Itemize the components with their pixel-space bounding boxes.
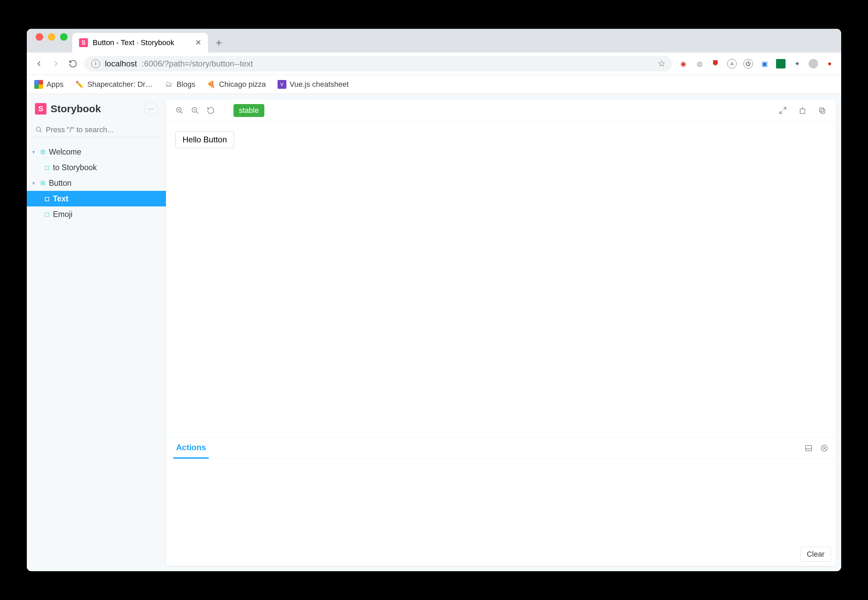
bookmark-label: Vue.js cheatsheet	[290, 80, 349, 89]
zoom-out-button[interactable]	[189, 105, 201, 117]
bookmark-vue[interactable]: V Vue.js cheatsheet	[278, 80, 349, 89]
caret-down-icon: ▾	[32, 149, 37, 155]
panel-position-icon[interactable]	[804, 444, 813, 452]
actions-panel-body: Clear	[166, 459, 836, 566]
tree-story-to-storybook[interactable]: ◻ to Storybook	[27, 160, 166, 175]
storybook-app: S Storybook ⋯ ▾ ⊞ Welcome ◻ to	[27, 94, 841, 571]
addon-panel-tabs: Actions	[166, 437, 836, 459]
hello-button[interactable]: Hello Button	[175, 131, 234, 148]
svg-point-0	[36, 127, 41, 132]
story-label: Text	[53, 194, 68, 203]
svg-line-7	[196, 112, 198, 114]
browser-tab[interactable]: S Button - Text · Storybook ✕	[72, 33, 208, 53]
new-tab-button[interactable]: ＋	[211, 35, 227, 50]
tree-group-button[interactable]: ▾ ⊞ Button	[27, 175, 166, 191]
tree-group-welcome[interactable]: ▾ ⊞ Welcome	[27, 144, 166, 160]
tab-actions[interactable]: Actions	[173, 437, 209, 459]
address-bar: i localhost:6006/?path=/story/button--te…	[27, 53, 841, 75]
bookmark-apps[interactable]: Apps	[34, 80, 64, 89]
svg-rect-12	[821, 109, 825, 113]
caret-down-icon: ▾	[32, 180, 37, 186]
vue-icon: V	[278, 80, 286, 89]
sidebar-search	[33, 123, 159, 137]
bookmark-label: Chicago pizza	[219, 80, 266, 89]
bookmark-chicago-pizza[interactable]: 🍕 Chicago pizza	[207, 80, 266, 89]
search-input[interactable]	[33, 123, 159, 137]
window-controls	[32, 33, 72, 48]
folder-icon: 🗂	[164, 80, 173, 89]
close-tab-button[interactable]: ✕	[195, 38, 201, 47]
extension-icon-3[interactable]: ⛊	[711, 59, 721, 68]
extension-icon-4[interactable]: A	[727, 59, 737, 68]
zoom-window-button[interactable]	[60, 33, 67, 41]
browser-window: S Button - Text · Storybook ✕ ＋ i localh…	[27, 29, 841, 571]
close-window-button[interactable]	[36, 33, 43, 41]
open-isolated-button[interactable]	[797, 105, 809, 117]
bookmark-star-icon[interactable]: ☆	[658, 58, 666, 69]
component-icon: ⊞	[40, 179, 46, 187]
storybook-logo[interactable]: S Storybook	[35, 103, 101, 115]
svg-rect-11	[800, 109, 805, 114]
minimize-window-button[interactable]	[48, 33, 55, 41]
bookmark-outline-icon: ◻	[44, 211, 50, 218]
tab-title: Button - Text · Storybook	[93, 38, 175, 47]
sidebar-header: S Storybook ⋯	[27, 94, 166, 120]
component-icon: ⊞	[40, 148, 46, 156]
svg-line-10	[780, 111, 782, 114]
extension-icon-2[interactable]: ◍	[695, 59, 704, 68]
tree-story-text[interactable]: ◻ Text	[27, 191, 166, 206]
bookmark-blogs[interactable]: 🗂 Blogs	[164, 80, 195, 89]
extension-icon-6[interactable]: ▣	[760, 59, 769, 68]
bookmark-outline-icon: ◻	[44, 164, 50, 171]
extensions-menu-icon[interactable]: ✦	[792, 59, 802, 68]
svg-rect-13	[819, 108, 824, 112]
canvas-toolbar: stable	[166, 99, 836, 122]
svg-line-9	[783, 108, 786, 110]
url-input[interactable]: i localhost:6006/?path=/story/button--te…	[85, 56, 672, 71]
extension-icon-8[interactable]: ●	[825, 59, 835, 68]
bookmark-label: Blogs	[176, 80, 195, 89]
extension-icon-5[interactable]: ⏻	[743, 59, 753, 68]
extension-icon-1[interactable]: ◉	[678, 59, 688, 68]
reload-button[interactable]	[67, 58, 78, 69]
panel-close-icon[interactable]	[820, 444, 828, 452]
story-label: to Storybook	[53, 163, 97, 172]
pizza-icon: 🍕	[207, 80, 216, 89]
storybook-favicon-icon: S	[79, 38, 88, 47]
bookmark-label: Shapecatcher: Dr…	[87, 80, 153, 89]
bookmark-shapecatcher[interactable]: ✏️ Shapecatcher: Dr…	[75, 80, 153, 89]
status-badge: stable	[233, 104, 265, 117]
story-canvas: Hello Button	[166, 122, 836, 437]
extension-icons: ◉ ◍ ⛊ A ⏻ ▣ ✦ ●	[678, 59, 835, 68]
svg-line-3	[181, 112, 182, 114]
storybook-mark-icon: S	[35, 103, 47, 115]
url-path: :6006/?path=/story/button--text	[142, 59, 253, 68]
fullscreen-button[interactable]	[777, 105, 789, 117]
clear-button[interactable]: Clear	[800, 547, 831, 562]
back-button[interactable]	[33, 58, 44, 69]
zoom-in-button[interactable]	[173, 105, 185, 117]
url-host: localhost	[105, 59, 137, 68]
forward-button[interactable]	[50, 58, 61, 69]
zoom-reset-button[interactable]	[205, 105, 217, 117]
shapecatcher-icon: ✏️	[75, 80, 84, 89]
group-label: Button	[49, 179, 71, 188]
extension-icon-7[interactable]	[776, 59, 786, 68]
toolbar-separator	[225, 105, 225, 117]
profile-avatar-icon[interactable]	[809, 59, 818, 68]
bookmarks-bar: Apps ✏️ Shapecatcher: Dr… 🗂 Blogs 🍕 Chic…	[27, 75, 841, 94]
tree-story-emoji[interactable]: ◻ Emoji	[27, 206, 166, 222]
bookmark-label: Apps	[47, 80, 64, 89]
search-icon	[35, 126, 43, 133]
svg-line-1	[40, 131, 41, 132]
svg-rect-14	[806, 445, 812, 451]
site-info-icon[interactable]: i	[91, 59, 100, 68]
tab-strip: S Button - Text · Storybook ✕ ＋	[27, 29, 841, 53]
story-tree: ▾ ⊞ Welcome ◻ to Storybook ▾ ⊞ Button ◻ …	[27, 142, 166, 222]
group-label: Welcome	[49, 147, 81, 157]
copy-link-button[interactable]	[816, 105, 828, 117]
addon-panel: Actions Clear	[166, 437, 836, 566]
bookmark-outline-icon: ◻	[44, 195, 50, 202]
sidebar: S Storybook ⋯ ▾ ⊞ Welcome ◻ to	[27, 94, 166, 571]
sidebar-menu-button[interactable]: ⋯	[144, 102, 158, 115]
